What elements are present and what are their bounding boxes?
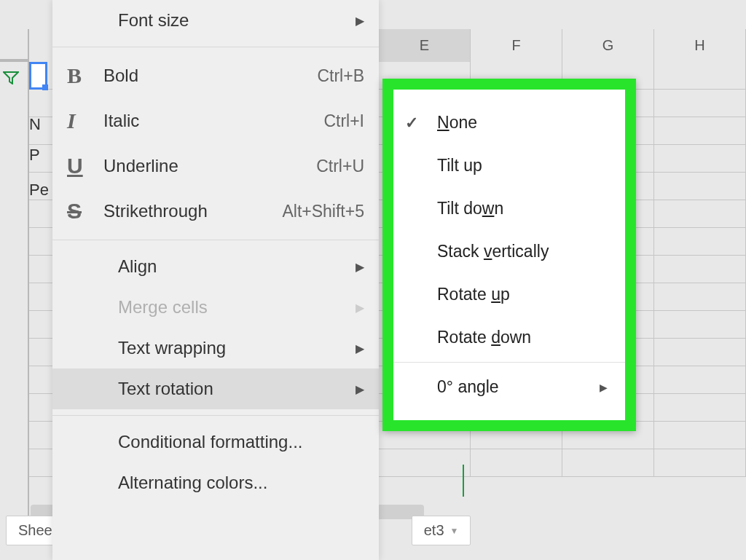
- highlight-annotation: ✓ None Tilt up Tilt down Stack verticall…: [382, 79, 636, 431]
- submenu-label: None: [437, 113, 608, 133]
- menu-item-underline[interactable]: U Underline Ctrl+U: [52, 143, 379, 189]
- column-header-f[interactable]: F: [471, 29, 562, 62]
- menu-separator: [52, 415, 379, 416]
- menu-separator: [52, 47, 379, 47]
- menu-shortcut: Ctrl+U: [316, 157, 364, 176]
- partial-cell-text-2: P: [29, 146, 40, 165]
- sheet-tab-label: Shee: [18, 522, 52, 539]
- sheet-tab-right[interactable]: et3 ▼: [412, 516, 471, 545]
- submenu-label: 0° angle: [437, 377, 600, 397]
- chevron-right-icon: ▶: [600, 382, 608, 393]
- partial-cell-text-1: N: [29, 115, 41, 134]
- row-headers: [0, 62, 29, 516]
- submenu-item-none[interactable]: ✓ None: [393, 101, 625, 144]
- submenu-item-tilt-up[interactable]: Tilt up: [393, 144, 625, 187]
- check-icon: ✓: [405, 114, 437, 133]
- menu-item-merge-cells: Merge cells ▶: [52, 287, 379, 328]
- submenu-label: Tilt up: [437, 156, 608, 176]
- submenu-separator: [393, 362, 625, 363]
- partial-cell-text-3: Pe: [29, 181, 49, 200]
- menu-label: Merge cells: [118, 297, 356, 318]
- text-rotation-submenu: ✓ None Tilt up Tilt down Stack verticall…: [393, 90, 625, 420]
- menu-label: Text rotation: [118, 379, 356, 399]
- menu-item-font-size[interactable]: Font size ▶: [52, 0, 379, 41]
- bold-icon: B: [67, 63, 103, 88]
- menu-label: Underline: [103, 156, 316, 176]
- menu-item-bold[interactable]: B Bold Ctrl+B: [52, 53, 379, 98]
- menu-item-text-wrapping[interactable]: Text wrapping ▶: [52, 328, 379, 368]
- submenu-label: Stack vertically: [437, 242, 608, 261]
- filter-icon[interactable]: [3, 71, 19, 88]
- menu-item-italic[interactable]: I Italic Ctrl+I: [52, 98, 379, 143]
- active-cell[interactable]: [29, 62, 47, 90]
- submenu-item-stack-vertically[interactable]: Stack vertically: [393, 230, 625, 273]
- strikethrough-icon: S: [67, 199, 103, 224]
- menu-shortcut: Alt+Shift+5: [282, 202, 364, 221]
- menu-item-text-rotation[interactable]: Text rotation ▶: [52, 368, 379, 409]
- chevron-right-icon: ▶: [356, 301, 364, 315]
- menu-label: Align: [118, 256, 356, 277]
- menu-item-strikethrough[interactable]: S Strikethrough Alt+Shift+5: [52, 189, 379, 234]
- chevron-down-icon: ▼: [450, 526, 459, 536]
- menu-separator: [52, 240, 379, 240]
- submenu-item-tilt-down[interactable]: Tilt down: [393, 187, 625, 230]
- menu-label: Strikethrough: [103, 201, 282, 221]
- menu-item-conditional-formatting[interactable]: Conditional formatting...: [52, 422, 379, 462]
- column-header-g[interactable]: G: [562, 29, 654, 62]
- menu-item-align[interactable]: Align ▶: [52, 246, 379, 287]
- submenu-label: Rotate down: [437, 328, 608, 347]
- submenu-item-rotate-down[interactable]: Rotate down: [393, 316, 625, 359]
- submenu-item-angle[interactable]: 0° angle ▶: [393, 366, 625, 409]
- chevron-right-icon: ▶: [356, 382, 364, 396]
- chevron-right-icon: ▶: [356, 14, 364, 28]
- menu-shortcut: Ctrl+B: [317, 66, 364, 86]
- submenu-item-rotate-up[interactable]: Rotate up: [393, 273, 625, 316]
- sheet-tab-label: et3: [424, 522, 444, 539]
- menu-label: Italic: [103, 111, 323, 131]
- chevron-right-icon: ▶: [356, 342, 364, 355]
- column-edge-indicator: [463, 465, 464, 497]
- menu-label: Font size: [118, 10, 356, 31]
- corner-gap: [0, 29, 29, 60]
- italic-icon: I: [67, 109, 103, 133]
- submenu-label: Rotate up: [437, 285, 608, 304]
- column-header-h[interactable]: H: [654, 29, 746, 62]
- chevron-right-icon: ▶: [356, 260, 364, 274]
- menu-label: Bold: [103, 66, 317, 86]
- menu-label: Text wrapping: [118, 338, 356, 358]
- menu-label: Alternating colors...: [118, 473, 364, 493]
- underline-icon: U: [67, 154, 103, 178]
- submenu-label: Tilt down: [437, 199, 608, 218]
- column-header-e[interactable]: E: [379, 29, 471, 62]
- format-menu: Font size ▶ B Bold Ctrl+B I Italic Ctrl+…: [52, 0, 379, 560]
- menu-shortcut: Ctrl+I: [323, 111, 364, 131]
- menu-label: Conditional formatting...: [118, 432, 364, 452]
- menu-item-alternating-colors[interactable]: Alternating colors...: [52, 462, 379, 503]
